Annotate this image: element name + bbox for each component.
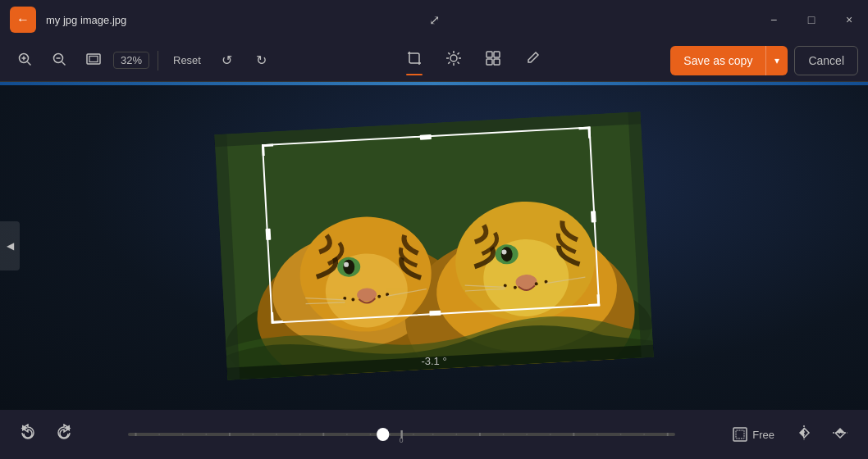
center-tools [281,44,665,77]
back-button[interactable]: ← [10,7,36,33]
bottom-right-controls: Free [724,420,855,449]
redo-button[interactable]: ↻ [247,46,276,75]
window-controls: − □ × [755,0,868,39]
rotate-left-icon [19,424,37,446]
separator [158,51,158,70]
flip-vertical-icon [831,424,849,446]
svg-rect-86 [736,430,744,439]
free-label: Free [752,429,774,441]
crop-icon [406,50,423,70]
svg-rect-20 [487,59,492,65]
back-icon: ← [16,12,30,27]
minimize-icon: − [770,13,777,26]
rotation-value-label: -3.1 ° [421,355,446,367]
svg-line-16 [458,52,459,54]
svg-line-17 [448,62,450,64]
svg-line-14 [448,52,450,54]
expand-icon: ⤢ [429,12,440,28]
cancel-button[interactable]: Cancel [794,46,858,75]
filter-tool-button[interactable] [477,44,509,77]
svg-line-5 [62,61,66,65]
left-panel-toggle[interactable]: ◀ [0,221,20,270]
toolbar: 32% Reset ↺ ↻ [0,39,868,82]
zoom-out-icon [52,52,66,70]
adjust-icon [445,50,462,70]
markup-tool-button[interactable] [516,44,549,77]
rotate-buttons [13,420,79,449]
zoom-in-icon [17,52,32,70]
toolbar-right: Save as copy ▾ Cancel [670,46,858,75]
flip-horizontal-button[interactable] [789,420,819,449]
fit-icon [86,53,101,68]
svg-line-15 [458,62,459,64]
canvas-area: ◀ [0,82,868,410]
close-icon: × [846,13,852,26]
expand-button[interactable]: ⤢ [421,7,447,33]
rotation-slider[interactable]: // Will render dots below // inline rend… [128,433,675,436]
redo-icon: ↻ [256,52,267,68]
window-title: my jpg image.jpg [46,14,126,26]
crop-tool-button[interactable] [398,44,431,77]
blue-accent [0,82,868,85]
undo-button[interactable]: ↺ [212,46,242,75]
rotate-left-button[interactable] [13,420,43,449]
svg-rect-85 [733,428,747,441]
zoom-value: 32% [113,52,149,69]
save-as-copy-button[interactable]: Save as copy [670,46,765,75]
minimize-button[interactable]: − [755,0,793,39]
bottom-bar: // Will render dots below // inline rend… [0,410,868,459]
markup-icon [524,50,541,70]
svg-line-1 [28,61,31,65]
dropdown-icon: ▾ [774,55,779,66]
svg-rect-8 [89,56,98,61]
fit-to-window-button[interactable] [79,46,108,75]
titlebar: ← my jpg image.jpg ⤢ − □ × [0,0,868,39]
close-button[interactable]: × [830,0,868,39]
image-container [214,111,653,380]
rotate-right-button[interactable] [49,420,79,449]
left-arrow-icon: ◀ [7,240,14,252]
filter-icon [485,50,501,70]
svg-text:0: 0 [400,436,404,443]
zoom-in-button[interactable] [10,46,39,75]
svg-rect-18 [487,52,492,57]
slider-track: // Will render dots below // inline rend… [128,433,675,436]
svg-point-84 [377,428,389,441]
save-dropdown-button[interactable]: ▾ [765,46,788,75]
flip-horizontal-icon [795,424,813,446]
reset-button[interactable]: Reset [167,51,208,70]
undo-icon: ↺ [222,52,232,68]
svg-rect-21 [494,59,500,65]
flip-vertical-button[interactable] [825,420,855,449]
maximize-icon: □ [808,13,815,26]
maximize-button[interactable]: □ [793,0,830,39]
svg-rect-19 [494,52,500,57]
free-aspect-icon [733,427,747,442]
svg-point-9 [450,55,457,61]
zoom-out-button[interactable] [44,46,74,75]
adjust-tool-button[interactable] [437,44,470,77]
tiger-image [214,111,653,380]
rotate-right-icon [55,424,73,446]
save-button-group: Save as copy ▾ [670,46,788,75]
free-aspect-button[interactable]: Free [724,422,783,447]
